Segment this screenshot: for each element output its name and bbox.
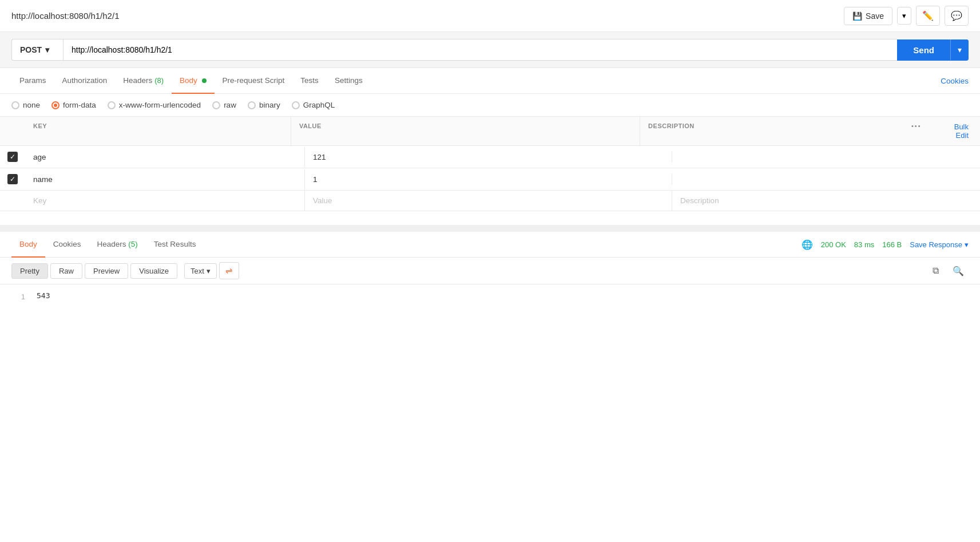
text-format-select[interactable]: Text ▾ [184, 263, 217, 279]
tab-tests[interactable]: Tests [292, 68, 327, 94]
response-tabs: Body Cookies Headers (5) Test Results 🌐 … [0, 232, 980, 258]
placeholder-description[interactable]: Description [672, 191, 951, 211]
row2-description[interactable] [672, 173, 951, 185]
copy-icon: ⧉ [933, 266, 939, 275]
row2-checkbox[interactable] [0, 168, 25, 190]
response-time: 83 ms [854, 240, 874, 249]
row1-description[interactable] [672, 151, 951, 163]
radio-raw-label: raw [224, 101, 236, 109]
checkbox-checked-icon [7, 174, 18, 184]
radio-graphql-circle [292, 101, 300, 109]
headers-badge: (8) [154, 76, 164, 85]
status-code: 200 OK [821, 240, 846, 249]
radio-urlencoded[interactable]: x-www-form-urlencoded [108, 101, 201, 109]
radio-none[interactable]: none [11, 101, 40, 109]
placeholder-key[interactable]: Key [25, 191, 304, 211]
pencil-icon: ✏️ [922, 11, 934, 21]
header-value: VALUE [291, 117, 640, 145]
response-tab-test-results[interactable]: Test Results [146, 232, 204, 258]
response-tab-body[interactable]: Body [11, 232, 45, 258]
radio-graphql[interactable]: GraphQL [292, 101, 335, 109]
bulk-edit-button[interactable]: Bulk Edit [934, 117, 980, 145]
body-active-dot [202, 78, 207, 83]
comment-icon-button[interactable]: 💬 [945, 6, 969, 26]
radio-raw[interactable]: raw [212, 101, 236, 109]
save-dropdown-arrow[interactable]: ▾ [897, 7, 911, 25]
save-response-button[interactable]: Save Response ▾ [910, 240, 969, 249]
top-bar-actions: 💾 Save ▾ ✏️ 💬 [844, 6, 969, 26]
row2-value[interactable]: 1 [304, 169, 672, 189]
search-icon: 🔍 [953, 266, 964, 276]
tab-authorization[interactable]: Authorization [54, 68, 116, 94]
placeholder-checkbox [0, 195, 25, 207]
more-dots-icon: ••• [911, 122, 922, 129]
table-header: KEY VALUE DESCRIPTION ••• Bulk Edit [0, 117, 980, 146]
header-more: ••• [906, 117, 934, 145]
response-tab-headers[interactable]: Headers (5) [89, 232, 146, 258]
placeholder-more [951, 195, 980, 207]
tab-settings[interactable]: Settings [327, 68, 371, 94]
chevron-down-icon: ▾ [965, 240, 969, 249]
header-checkbox-col [0, 117, 25, 145]
radio-none-circle [11, 101, 19, 109]
header-description: DESCRIPTION [640, 117, 906, 145]
form-data-table: KEY VALUE DESCRIPTION ••• Bulk Edit age … [0, 117, 980, 211]
tab-body[interactable]: Body [172, 68, 215, 94]
comment-icon: 💬 [951, 11, 962, 21]
row1-value[interactable]: 121 [304, 147, 672, 167]
text-format-label: Text [191, 267, 204, 275]
send-button-group: Send ▾ [897, 39, 969, 61]
response-section: Body Cookies Headers (5) Test Results 🌐 … [0, 228, 980, 308]
table-placeholder-row: Key Value Description [0, 191, 980, 211]
row1-more[interactable] [951, 151, 980, 163]
save-label: Save [866, 11, 884, 21]
row1-checkbox[interactable] [0, 146, 25, 168]
table-row: age 121 [0, 146, 980, 168]
checkbox-checked-icon [7, 152, 18, 162]
tab-prerequest[interactable]: Pre-request Script [215, 68, 293, 94]
method-select[interactable]: POST ▾ [11, 39, 63, 61]
radio-binary[interactable]: binary [248, 101, 280, 109]
section-spacer [0, 211, 980, 228]
response-actions: ⧉ 🔍 [928, 263, 969, 279]
response-value: 543 [37, 291, 50, 301]
page-title: http://localhost:8080/h1/h2/1 [11, 11, 119, 21]
row1-key[interactable]: age [25, 147, 304, 167]
radio-form-data-label: form-data [63, 101, 96, 109]
radio-form-data[interactable]: form-data [51, 101, 96, 109]
save-icon: 💾 [852, 11, 862, 21]
radio-binary-circle [248, 101, 256, 109]
url-input[interactable] [63, 39, 897, 61]
radio-urlencoded-label: x-www-form-urlencoded [119, 101, 201, 109]
top-bar: http://localhost:8080/h1/h2/1 💾 Save ▾ ✏… [0, 0, 980, 32]
wrap-lines-button[interactable]: ⇌ [219, 262, 239, 279]
radio-graphql-label: GraphQL [303, 101, 335, 109]
search-response-button[interactable]: 🔍 [948, 263, 969, 279]
chevron-down-icon: ▾ [207, 267, 211, 275]
chevron-down-icon: ▾ [958, 45, 962, 54]
row2-more[interactable] [951, 173, 980, 185]
header-key: KEY [25, 117, 291, 145]
copy-response-button[interactable]: ⧉ [928, 263, 943, 279]
format-preview-button[interactable]: Preview [85, 263, 128, 279]
placeholder-value[interactable]: Value [304, 191, 672, 211]
globe-icon: 🌐 [802, 239, 813, 250]
format-pretty-button[interactable]: Pretty [11, 263, 48, 279]
send-arrow-button[interactable]: ▾ [950, 39, 969, 60]
cookies-link[interactable]: Cookies [941, 77, 969, 85]
save-button[interactable]: 💾 Save [844, 7, 892, 25]
format-visualize-button[interactable]: Visualize [130, 263, 177, 279]
response-format-row: Pretty Raw Preview Visualize Text ▾ ⇌ ⧉ … [0, 258, 980, 284]
tab-params[interactable]: Params [11, 68, 54, 94]
body-type-row: none form-data x-www-form-urlencoded raw… [0, 94, 980, 117]
wrap-lines-icon: ⇌ [225, 266, 233, 275]
row2-key[interactable]: name [25, 169, 304, 189]
radio-raw-circle [212, 101, 220, 109]
url-bar: POST ▾ Send ▾ [0, 32, 980, 68]
format-raw-button[interactable]: Raw [50, 263, 82, 279]
edit-icon-button[interactable]: ✏️ [916, 6, 940, 26]
response-size: 166 B [882, 240, 902, 249]
tab-headers[interactable]: Headers (8) [115, 68, 172, 94]
response-tab-cookies[interactable]: Cookies [45, 232, 89, 258]
send-main-button[interactable]: Send [897, 39, 950, 61]
